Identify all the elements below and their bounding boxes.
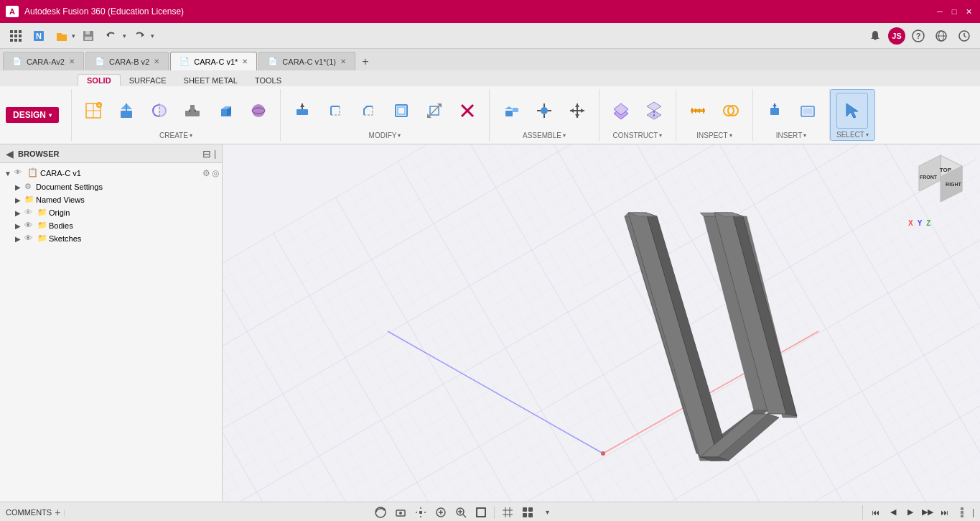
collapse-timeline[interactable]: | (972, 507, 974, 517)
orbit-button[interactable] (372, 504, 389, 520)
timeline-start-button[interactable]: ⏮ (869, 505, 883, 520)
tab-cara-av2[interactable]: 📄 CARA-Av2 ✕ (3, 52, 84, 70)
design-mode-button[interactable]: DESIGN ▾ (6, 107, 59, 123)
browser-pin[interactable]: | (214, 149, 216, 159)
tab-close-button[interactable]: ✕ (154, 57, 159, 65)
pan-button[interactable] (412, 504, 429, 520)
look-at-button[interactable] (392, 504, 409, 520)
timeline-end-button[interactable]: ⏭ (938, 505, 952, 520)
tab-cara-bv2[interactable]: 📄 CARA-B v2 ✕ (85, 52, 169, 70)
midplane-button[interactable] (638, 93, 670, 129)
close-button[interactable]: ✕ (963, 6, 974, 17)
new-sketch-button[interactable]: + (78, 93, 109, 129)
tab-close-button[interactable]: ✕ (242, 57, 248, 65)
timeline-prev-button[interactable]: ◀ (886, 505, 900, 520)
insert-caret[interactable]: ▾ (803, 132, 806, 139)
viewport-options-button[interactable] (519, 504, 536, 520)
clock-icon[interactable] (954, 26, 974, 46)
bodies-eye-icon[interactable]: 👁 (24, 221, 34, 231)
named-views-arrow[interactable]: ▶ (13, 195, 23, 205)
chamfer-button[interactable] (353, 93, 384, 129)
shell-button[interactable] (386, 93, 417, 129)
root-target-icon[interactable]: ◎ (212, 168, 219, 178)
tab-close-button[interactable]: ✕ (340, 57, 346, 65)
minimize-button[interactable]: ─ (934, 6, 946, 17)
save-button[interactable] (78, 26, 98, 46)
extrude-button[interactable] (111, 93, 142, 129)
doc-settings-arrow[interactable]: ▶ (13, 182, 23, 192)
insert-mesh-button[interactable] (759, 93, 790, 129)
measure-button[interactable] (682, 93, 714, 129)
display-settings-button[interactable] (472, 504, 490, 520)
grid-toggle-button[interactable] (499, 504, 516, 520)
profile-icon[interactable]: JS (888, 27, 905, 45)
select-caret[interactable]: ▾ (866, 132, 869, 138)
bodies-arrow[interactable]: ▶ (13, 221, 23, 231)
canvas-button[interactable] (792, 93, 823, 129)
root-settings-icon[interactable]: ⚙ (202, 168, 210, 178)
browser-collapse[interactable]: ⊟ (202, 148, 211, 160)
modify-caret[interactable]: ▾ (398, 132, 401, 139)
tab-tools[interactable]: TOOLS (246, 75, 290, 86)
add-comment-button[interactable]: + (55, 507, 60, 518)
viewcube[interactable]: TOP FRONT RIGHT X Y Z (908, 152, 973, 216)
hole-button[interactable] (177, 93, 208, 129)
delete-button[interactable] (452, 93, 483, 129)
open-folder-button[interactable] (52, 26, 72, 46)
tree-item-doc-settings[interactable]: ▶ ⚙ Document Settings (0, 180, 222, 193)
new-tab-button[interactable]: + (357, 53, 374, 70)
offset-plane-button[interactable] (605, 93, 637, 129)
redo-button[interactable] (129, 26, 149, 46)
press-pull-button[interactable] (286, 93, 318, 129)
timeline-play-button[interactable]: ▶ (903, 505, 918, 520)
tab-cara-cv1-1[interactable]: 📄 CARA-C v1*(1) ✕ (258, 52, 355, 70)
origin-arrow[interactable]: ▶ (13, 208, 23, 218)
root-arrow[interactable]: ▼ (3, 168, 13, 178)
sketches-arrow[interactable]: ▶ (13, 234, 23, 244)
sketches-eye-icon[interactable]: 👁 (24, 234, 34, 244)
zoom-fit-button[interactable] (432, 504, 449, 520)
globe-icon[interactable] (931, 26, 951, 46)
redo-dropdown[interactable]: ▾ (151, 32, 154, 40)
timeline-next-button[interactable]: ▶▶ (920, 505, 935, 520)
notifications-icon[interactable] (865, 26, 885, 46)
open-dropdown[interactable]: ▾ (72, 32, 75, 40)
tab-sheetmetal[interactable]: SHEET METAL (175, 75, 246, 86)
assemble-caret[interactable]: ▾ (563, 132, 566, 139)
origin-eye-icon[interactable]: 👁 (24, 208, 34, 218)
fillet-button[interactable] (319, 93, 351, 129)
tree-item-bodies[interactable]: ▶ 👁 📁 Bodies (0, 219, 222, 232)
maximize-button[interactable]: □ (948, 6, 960, 17)
browser-nav-back[interactable]: ◀ (6, 148, 14, 160)
undo-button[interactable] (101, 26, 121, 46)
viewport[interactable]: TOP FRONT RIGHT X Y Z (223, 144, 980, 502)
grid-menu-button[interactable] (6, 26, 26, 46)
tab-cara-cv1[interactable]: 📄 CARA-C v1* ✕ (170, 52, 257, 70)
hide-all-icon[interactable]: 👁 (14, 168, 24, 178)
inspect-caret[interactable]: ▾ (729, 132, 732, 139)
more-create-button[interactable] (243, 93, 274, 129)
tab-close-button[interactable]: ✕ (69, 57, 75, 65)
tree-item-named-views[interactable]: ▶ 📁 Named Views (0, 193, 222, 206)
tree-item-origin[interactable]: ▶ 👁 📁 Origin (0, 206, 222, 219)
revolve-button[interactable] (144, 93, 175, 129)
zoom-button[interactable] (452, 504, 470, 520)
tab-solid[interactable]: SOLID (78, 74, 121, 86)
interference-button[interactable] (715, 93, 747, 129)
timeline-settings-button[interactable] (955, 505, 969, 520)
help-icon[interactable]: ? (908, 26, 928, 46)
undo-dropdown[interactable]: ▾ (123, 32, 126, 40)
box-button[interactable] (210, 93, 241, 129)
select-button[interactable] (836, 93, 868, 129)
new-button[interactable]: N (29, 26, 49, 46)
tree-item-sketches[interactable]: ▶ 👁 📁 Sketches (0, 232, 222, 245)
tree-item-root[interactable]: ▼ 👁 📋 CARA-C v1 ⚙ ◎ (0, 166, 222, 180)
tab-surface[interactable]: SURFACE (121, 75, 175, 86)
move-button[interactable] (561, 93, 593, 129)
create-caret[interactable]: ▾ (190, 132, 192, 139)
scale-button[interactable] (419, 93, 450, 129)
construct-caret[interactable]: ▾ (659, 132, 662, 139)
more-options-button[interactable]: ▾ (539, 504, 556, 520)
new-component-assemble-button[interactable] (495, 93, 527, 129)
joint-button[interactable] (528, 93, 560, 129)
